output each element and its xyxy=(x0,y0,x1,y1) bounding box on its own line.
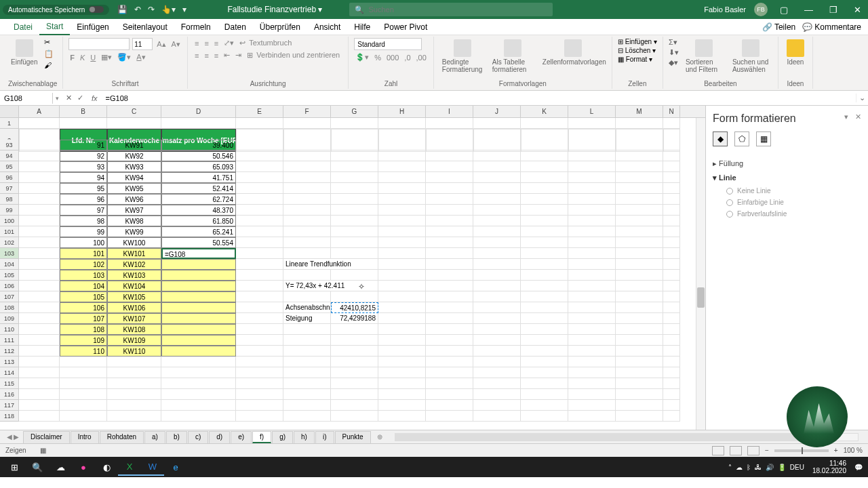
cell[interactable] xyxy=(568,183,616,194)
cell[interactable] xyxy=(236,346,283,357)
cell[interactable] xyxy=(473,400,521,411)
cell[interactable] xyxy=(283,378,331,389)
cell[interactable] xyxy=(663,335,680,346)
expand-formula-icon[interactable]: ⌄ xyxy=(856,94,868,102)
font-size-input[interactable] xyxy=(132,38,153,50)
cell[interactable] xyxy=(663,183,680,194)
zoom-in-icon[interactable]: + xyxy=(834,447,838,454)
cell[interactable] xyxy=(19,313,60,324)
cell[interactable] xyxy=(616,291,663,302)
cell[interactable]: KW109 xyxy=(107,335,161,346)
cell[interactable] xyxy=(616,226,663,237)
cell[interactable] xyxy=(60,357,107,367)
cell[interactable] xyxy=(426,205,473,216)
cell[interactable]: KW91 xyxy=(107,140,161,150)
cell[interactable] xyxy=(663,237,680,248)
app-1-icon[interactable]: ☁ xyxy=(49,458,72,476)
cell[interactable] xyxy=(616,172,663,183)
cell[interactable]: KW108 xyxy=(107,324,161,335)
cell[interactable] xyxy=(19,248,60,259)
sheet-tab[interactable]: Rohdaten xyxy=(100,431,144,443)
cell[interactable] xyxy=(521,259,568,270)
cell[interactable] xyxy=(426,226,473,237)
cell[interactable] xyxy=(663,378,680,389)
cell[interactable] xyxy=(521,194,568,205)
cell[interactable] xyxy=(378,378,426,389)
cell[interactable] xyxy=(331,161,378,172)
cell[interactable] xyxy=(473,161,521,172)
tray-up-icon[interactable]: ˄ xyxy=(728,464,732,471)
cell[interactable] xyxy=(283,400,331,411)
cell[interactable]: 39.400 xyxy=(161,140,236,150)
cell[interactable] xyxy=(331,346,378,357)
percent-icon[interactable]: % xyxy=(373,53,382,62)
cell[interactable] xyxy=(331,270,378,281)
cell[interactable] xyxy=(521,150,568,161)
pane-menu-icon[interactable]: ▾ xyxy=(844,113,848,125)
comments-button[interactable]: 💬 Kommentare xyxy=(802,22,861,32)
cell[interactable] xyxy=(521,291,568,302)
cell[interactable] xyxy=(568,291,616,302)
cell[interactable] xyxy=(663,172,680,183)
dec-decimal-icon[interactable]: ,00 xyxy=(415,53,428,62)
cell[interactable] xyxy=(19,281,60,291)
tray-lang[interactable]: DEU xyxy=(790,464,804,471)
cell[interactable] xyxy=(521,216,568,226)
notifications-icon[interactable]: 💬 xyxy=(854,464,863,471)
cell[interactable] xyxy=(378,172,426,183)
cell[interactable] xyxy=(521,335,568,346)
row-header[interactable]: 113 xyxy=(0,357,19,367)
cell[interactable] xyxy=(426,281,473,291)
cell[interactable]: 94 xyxy=(60,172,107,183)
vertical-scrollbar[interactable] xyxy=(696,118,705,430)
col-header-A[interactable]: A xyxy=(19,106,60,117)
table-format-button[interactable]: Als Tabelle formatieren xyxy=(490,38,536,75)
cell[interactable] xyxy=(378,313,426,324)
cell[interactable]: 62.724 xyxy=(161,194,236,205)
autosum-icon[interactable]: Σ▾ xyxy=(669,38,679,47)
cell[interactable]: 92 xyxy=(60,150,107,161)
row-header[interactable]: 106 xyxy=(0,281,19,291)
cell[interactable] xyxy=(426,161,473,172)
cell[interactable] xyxy=(473,281,521,291)
insert-cells-button[interactable]: ⊞ Einfügen ▾ xyxy=(618,38,657,45)
cell[interactable]: 61.850 xyxy=(161,216,236,226)
cell[interactable] xyxy=(473,291,521,302)
cell[interactable] xyxy=(426,313,473,324)
wrap-text-button[interactable]: ↩ Textumbruch xyxy=(238,38,294,48)
cell[interactable] xyxy=(60,378,107,389)
cell[interactable] xyxy=(161,281,236,291)
cell[interactable] xyxy=(426,367,473,378)
cell[interactable] xyxy=(236,194,283,205)
spreadsheet-grid[interactable]: ABCDEFGHIJKLMN 12Lfd. Nr.KalenderwocheUm… xyxy=(0,106,705,430)
sheet-tab[interactable]: h) xyxy=(294,431,315,443)
cell[interactable] xyxy=(331,357,378,367)
format-painter-icon[interactable]: 🖌 xyxy=(44,61,54,69)
cell[interactable]: KW96 xyxy=(107,194,161,205)
row-header[interactable]: 98 xyxy=(0,194,19,205)
col-header-C[interactable]: C xyxy=(107,106,161,117)
cell[interactable] xyxy=(473,248,521,259)
cell[interactable]: KW98 xyxy=(107,216,161,226)
cell[interactable] xyxy=(378,118,426,129)
cell[interactable] xyxy=(331,140,378,150)
fill-line-tab-icon[interactable]: ◆ xyxy=(713,131,728,146)
cell[interactable] xyxy=(663,346,680,357)
cell[interactable] xyxy=(521,357,568,367)
cell[interactable] xyxy=(19,226,60,237)
page-layout-view-icon[interactable] xyxy=(730,446,742,455)
cell[interactable] xyxy=(473,389,521,400)
copy-icon[interactable]: 📋 xyxy=(44,49,54,58)
cell[interactable] xyxy=(568,335,616,346)
cell[interactable] xyxy=(236,118,283,129)
cell[interactable] xyxy=(19,346,60,357)
cell[interactable] xyxy=(616,140,663,150)
row-header[interactable]: 1 xyxy=(0,118,19,129)
cell[interactable] xyxy=(331,150,378,161)
cell[interactable] xyxy=(473,259,521,270)
cell[interactable]: 101 xyxy=(60,248,107,259)
horizontal-scrollbar[interactable] xyxy=(395,433,859,441)
cell[interactable] xyxy=(568,324,616,335)
cell[interactable] xyxy=(283,226,331,237)
sheet-tab[interactable]: a) xyxy=(144,431,165,443)
